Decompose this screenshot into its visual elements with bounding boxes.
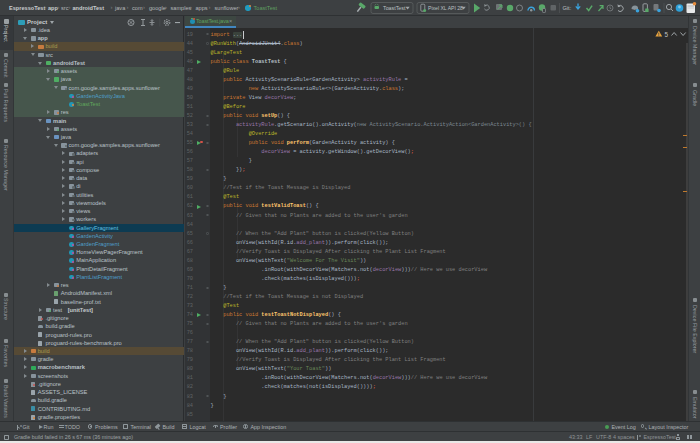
svg-text:Git:: Git: <box>563 5 572 11</box>
svg-text:Pixel XL API 28: Pixel XL API 28 <box>428 5 463 11</box>
svg-text:5: 5 <box>665 31 669 38</box>
svg-text:ToastTest: ToastTest <box>383 5 406 11</box>
